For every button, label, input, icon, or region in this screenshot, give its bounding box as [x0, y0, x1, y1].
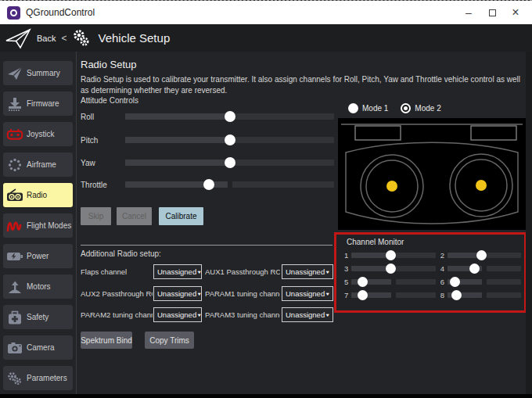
slider-handle[interactable]	[386, 264, 396, 274]
slider-handle[interactable]	[469, 264, 480, 274]
dropdown-value: Unassigned	[157, 289, 196, 298]
sidebar-item-camera[interactable]: Camera	[3, 335, 73, 360]
mode-selector: Mode 1Mode 2	[348, 103, 441, 113]
channel-number: 2	[440, 251, 448, 260]
chevron-down-icon: ▼	[196, 270, 202, 274]
sidebar-item-summary[interactable]: Summary	[3, 61, 73, 85]
sidebar-item-parameters[interactable]: Parameters	[3, 366, 73, 390]
channel-dropdown-flaps-channel[interactable]: Unassigned▼	[153, 264, 202, 279]
attitude-controls-label: Attitude Controls	[81, 96, 138, 105]
channel-number: 1	[344, 251, 351, 260]
sidebar-item-label: Motors	[27, 282, 51, 291]
channel-dropdown-aux2-passthrough-rc-ch[interactable]: Unassigned▼	[153, 286, 202, 301]
sidebar-item-airframe[interactable]: Airframe	[3, 152, 73, 177]
copy-trims-button[interactable]: Copy Trims	[145, 332, 194, 349]
radio-button-icon	[348, 103, 358, 113]
slider-handle[interactable]	[225, 111, 235, 122]
calibrate-button[interactable]: Calibrate	[159, 207, 203, 225]
main-toolbar: Back < Vehicle Setup	[0, 24, 532, 52]
dotted-ring-icon	[3, 158, 27, 172]
sidebar-item-radio[interactable]: Radio	[3, 183, 73, 207]
gears-toolbar-icon	[71, 28, 92, 48]
slider-track[interactable]	[125, 113, 334, 120]
slider-handle[interactable]	[476, 250, 487, 260]
slider-handle[interactable]	[225, 134, 235, 145]
dropdown-value: Unassigned	[286, 267, 325, 276]
sidebar-item-label: Summary	[27, 69, 60, 77]
additional-setup-label: Additional Radio setup:	[81, 249, 161, 258]
mode-label: Mode 1	[362, 104, 388, 113]
radio-setup-content: Radio Setup Radio Setup is used to calib…	[76, 52, 526, 394]
channel-number: 5	[344, 278, 351, 286]
channel-monitor-row: 56	[344, 277, 521, 287]
maximize-button[interactable]	[483, 4, 501, 21]
page-description: Radio Setup is used to calibrate your tr…	[81, 74, 523, 96]
radio-button-icon	[401, 103, 411, 113]
slider-handle[interactable]	[451, 290, 462, 300]
mode-label: Mode 2	[415, 104, 440, 113]
slider-handle[interactable]	[450, 277, 460, 287]
left-stick-dot	[386, 181, 397, 192]
slider-handle[interactable]	[358, 290, 368, 300]
window-bottom-edge	[0, 394, 532, 398]
cancel-button[interactable]: Cancel	[117, 207, 152, 225]
channel-dropdown-param1-tuning-channel[interactable]: Unassigned▼	[282, 286, 333, 301]
paper-plane-toolbar-icon[interactable]	[5, 27, 31, 49]
sidebar-item-flight-modes[interactable]: Flight Modes	[3, 213, 73, 238]
sidebar-item-motors[interactable]: Motors	[3, 274, 73, 299]
channel-dropdown-param3-tuning-channel[interactable]: Unassigned▼	[282, 307, 333, 322]
mode-radio-mode-1[interactable]: Mode 1	[348, 103, 388, 113]
slider-handle[interactable]	[203, 179, 214, 190]
channel-8-slider[interactable]	[448, 292, 521, 298]
close-button[interactable]: ×	[507, 4, 524, 21]
sidebar-item-power[interactable]: Power	[3, 244, 73, 268]
sidebar-item-safety[interactable]: Safety	[3, 305, 73, 329]
right-stick-dot	[476, 180, 487, 191]
slider-track[interactable]	[125, 137, 334, 143]
slider-track[interactable]	[125, 181, 334, 188]
mode-radio-mode-2[interactable]: Mode 2	[401, 103, 440, 113]
gamepad-icon	[3, 127, 27, 142]
channel-3-slider[interactable]	[351, 266, 436, 271]
motor-icon	[3, 280, 27, 294]
slider-handle[interactable]	[386, 250, 396, 260]
channel-6-slider[interactable]	[448, 279, 521, 285]
slider-track[interactable]	[125, 160, 334, 166]
channel-dropdown-param2-tuning-channel[interactable]: Unassigned▼	[153, 307, 202, 322]
camera-icon	[3, 342, 27, 354]
channel-field-label: PARAM1 tuning channel	[205, 289, 280, 298]
channel-4-slider[interactable]	[448, 266, 521, 271]
vertical-scrollbar[interactable]	[526, 52, 532, 394]
sidebar-item-label: Radio	[27, 191, 47, 199]
channel-field-label: PARAM3 tuning channel	[205, 310, 280, 319]
channel-monitor-label: Channel Monitor	[347, 238, 404, 246]
sidebar-item-label: Joystick	[27, 130, 55, 138]
channel-7-slider[interactable]	[351, 292, 436, 298]
slider-handle[interactable]	[358, 277, 368, 287]
sidebar-item-joystick[interactable]: Joystick	[3, 122, 73, 146]
skip-button[interactable]: Skip	[81, 207, 111, 225]
slider-handle[interactable]	[225, 157, 235, 168]
download-icon	[3, 97, 27, 111]
radio-icon	[3, 188, 27, 202]
sidebar-item-firmware[interactable]: Firmware	[3, 91, 73, 116]
channel-1-slider[interactable]	[351, 253, 436, 258]
titlebar: QGroundControl – ×	[0, 1, 532, 24]
dropdown-value: Unassigned	[286, 289, 325, 298]
minimize-button[interactable]: –	[460, 4, 477, 21]
channel-field-label: AUX1 Passthrough RC ch	[205, 267, 280, 276]
channel-2-slider[interactable]	[448, 253, 521, 258]
spektrum-bind-button[interactable]: Spektrum Bind	[81, 332, 132, 349]
maximize-icon	[489, 9, 496, 16]
channel-number: 6	[440, 278, 448, 286]
page-mode-title: Vehicle Setup	[98, 31, 170, 45]
waveform-icon	[3, 219, 27, 233]
first-aid-icon	[3, 310, 27, 324]
sidebar-item-label: Flight Modes	[27, 221, 71, 230]
channel-dropdown-aux1-passthrough-rc-ch[interactable]: Unassigned▼	[282, 264, 333, 279]
channel-number: 4	[440, 264, 448, 273]
dropdown-value: Unassigned	[157, 267, 196, 276]
section-divider	[81, 245, 332, 246]
channel-5-slider[interactable]	[351, 279, 436, 285]
back-button[interactable]: Back	[37, 34, 56, 43]
